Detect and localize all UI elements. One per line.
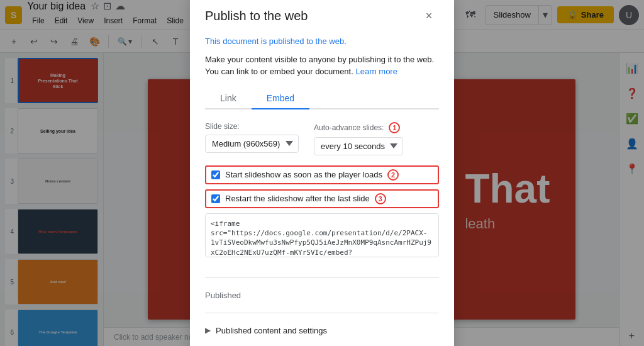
publish-modal: Publish to the web × This document is pu… bbox=[190, 0, 454, 346]
embed-code-textarea[interactable]: <iframe src="https://docs.google.com/pre… bbox=[205, 213, 439, 257]
checkbox-restart-input[interactable] bbox=[211, 194, 220, 203]
modal-tabs: Link Embed bbox=[205, 88, 439, 109]
modal-overlay: Publish to the web × This document is pu… bbox=[0, 0, 644, 346]
published-status-text: Published bbox=[205, 291, 241, 300]
learn-more-link[interactable]: Learn more bbox=[355, 67, 397, 76]
annotation-badge-3: 3 bbox=[375, 193, 386, 204]
expand-arrow-icon: ▶ bbox=[205, 326, 211, 335]
auto-advance-label-row: Auto-advance slides: 1 bbox=[314, 122, 403, 133]
checkbox-restart-label: Restart the slideshow after the last sli… bbox=[225, 194, 370, 203]
tab-embed[interactable]: Embed bbox=[252, 88, 309, 109]
modal-close-button[interactable]: × bbox=[419, 6, 439, 26]
published-notice: This document is published to the web. bbox=[205, 36, 439, 46]
expand-label: Published content and settings bbox=[216, 326, 327, 335]
annotation-badge-1: 1 bbox=[389, 122, 400, 133]
expand-row[interactable]: ▶ Published content and settings bbox=[205, 321, 439, 340]
modal-header: Publish to the web × bbox=[205, 6, 439, 26]
modal-title: Publish to the web bbox=[205, 9, 308, 23]
published-row: Published bbox=[205, 286, 439, 305]
modal-divider-1 bbox=[205, 277, 439, 278]
auto-advance-select[interactable]: every second every 2 seconds every 3 sec… bbox=[314, 137, 403, 155]
auto-advance-group: Auto-advance slides: 1 every second ever… bbox=[314, 122, 403, 155]
checkbox-restart-row: Restart the slideshow after the last sli… bbox=[205, 189, 439, 208]
options-row: Slide size: Small (480x299) Medium (960x… bbox=[205, 122, 439, 155]
slide-size-select[interactable]: Small (480x299) Medium (960x569) Large (… bbox=[205, 135, 299, 153]
tab-link[interactable]: Link bbox=[205, 88, 252, 109]
slide-size-group: Slide size: Small (480x299) Medium (960x… bbox=[205, 122, 299, 153]
checkbox-start-label: Start slideshow as soon as the player lo… bbox=[225, 170, 382, 179]
annotation-badge-2: 2 bbox=[387, 169, 399, 181]
modal-divider-2 bbox=[205, 313, 439, 313]
auto-advance-label: Auto-advance slides: bbox=[314, 123, 384, 132]
slide-size-label: Slide size: bbox=[205, 122, 299, 131]
checkbox-start-input[interactable] bbox=[211, 170, 220, 179]
checkbox-start-row: Start slideshow as soon as the player lo… bbox=[205, 165, 439, 184]
modal-description: Make your content visible to anyone by p… bbox=[205, 53, 439, 78]
